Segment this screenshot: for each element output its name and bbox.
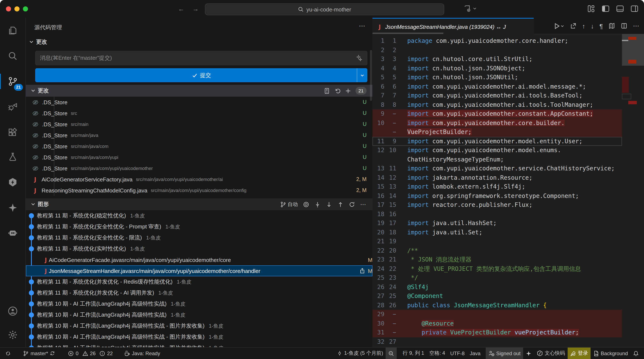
code-line[interactable]: 2523 */ <box>372 273 622 283</box>
code-line[interactable]: 22 <box>372 45 622 55</box>
encoding-status[interactable]: UTF-8 <box>448 348 467 359</box>
code-line[interactable]: 29− <box>372 310 622 319</box>
settings-gear-icon[interactable] <box>0 325 26 345</box>
graph-file-row[interactable]: JAiCodeGeneratorFacade.javasrc/main/java… <box>26 254 372 265</box>
toggle-panel-icon[interactable] <box>616 4 624 13</box>
zoom-window-button[interactable] <box>23 6 28 11</box>
commit-row[interactable]: 教程第 10 期 - AI 工作流(LangGraph4j 高级特性实战 - 图… <box>26 332 372 343</box>
open-changes-map-icon[interactable] <box>608 22 615 29</box>
customize-layout-icon[interactable] <box>587 4 596 13</box>
scm-file-row[interactable]: .DS_StoresrcU <box>26 108 372 119</box>
commit-dropdown-button[interactable] <box>357 68 368 82</box>
code-line[interactable]: 2725@Component <box>372 292 622 301</box>
open-all-changes-icon[interactable] <box>324 87 330 94</box>
stage-all-changes-icon[interactable] <box>345 87 351 94</box>
sparkle-status-icon[interactable] <box>523 348 534 359</box>
sidebar-scrollbar[interactable] <box>370 50 372 101</box>
graph-scope-icon[interactable] <box>303 201 309 207</box>
commit-button[interactable]: 提交 <box>35 68 368 82</box>
graph-section-header[interactable]: 图形 自动 <box>26 198 372 210</box>
code-line[interactable]: 33import cn.hutool.core.util.StrUtil; <box>372 55 622 64</box>
minimize-window-button[interactable] <box>14 6 20 11</box>
code-line[interactable]: 55import cn.hutool.json.JSONUtil; <box>372 73 622 82</box>
scm-file-row[interactable]: .DS_Storesrc/main/java/com/yupiU <box>26 152 372 163</box>
explorer-icon[interactable] <box>0 20 26 41</box>
code-line[interactable]: 2422 * 处理 VUE_PROJECT 类型的复杂流式响应,包含工具调用信息 <box>372 264 622 273</box>
problems-status[interactable]: 0 26 22 <box>66 348 116 359</box>
push-icon[interactable] <box>337 201 344 207</box>
close-window-button[interactable] <box>6 6 11 11</box>
next-change-icon[interactable]: ↓ <box>591 22 594 29</box>
code-line[interactable]: 2018import java.util.Set; <box>372 228 622 237</box>
cursor-position-status[interactable]: 行 9, 列 1 <box>400 348 426 359</box>
wenxin-status[interactable]: 文心快码 <box>534 348 568 359</box>
code-line[interactable]: 30− @Resource <box>372 319 622 328</box>
command-center-search[interactable]: yu-ai-code-mother <box>205 3 444 15</box>
code-line[interactable]: 2220/** <box>372 246 622 255</box>
commit-row[interactable]: 教程第 11 期 - 系统优化(安全性优化 - Prompt 审查)1-鱼皮 <box>26 221 372 232</box>
code-line[interactable]: 1917import java.util.HashSet; <box>372 219 622 228</box>
blame-commit-info[interactable]: 1-鱼皮 (5 个月前) <box>334 348 386 359</box>
scm-file-row[interactable]: .DS_Storesrc/main/java/comU <box>26 141 372 152</box>
language-mode-status[interactable]: Java <box>467 348 483 359</box>
previous-change-icon[interactable]: ↑ <box>582 22 585 29</box>
code-line[interactable]: ChatHistoryMessageTypeEnum; <box>372 155 622 164</box>
code-line[interactable]: 1816 <box>372 210 622 219</box>
toggle-secondary-sidebar-icon[interactable] <box>630 4 639 13</box>
commit-row[interactable]: 教程第 10 期 - AI 工作流(LangGraph4j 高级特性实战 - 图… <box>26 321 372 332</box>
commit-row[interactable]: 教程第 11 期 - 系统优化(稳定性优化)1-鱼皮 <box>26 210 372 221</box>
open-file-icon[interactable] <box>359 268 365 274</box>
code-line[interactable]: 1311import com.yupi.yuaicodemother.servi… <box>372 164 622 173</box>
code-line[interactable]: 9−import com.yupi.yuaicodemother.constan… <box>372 109 622 118</box>
commit-row[interactable]: 教程第 10 期 - AI 工作流(LangGraph4j 高级特性实战)1-鱼… <box>26 298 372 310</box>
code-line[interactable]: 11package com.yupi.yuaicodemother.core.h… <box>372 36 622 45</box>
code-line[interactable]: 2119 <box>372 237 622 246</box>
code-line[interactable]: 77import com.yupi.yuaicodemother.ai.tool… <box>372 91 622 100</box>
code-line[interactable]: 1513import lombok.extern.slf4j.Slf4j; <box>372 182 622 191</box>
code-line[interactable]: 119import com.yupi.yuaicodemother.model.… <box>372 137 622 146</box>
code-line[interactable]: 1614import org.springframework.stereotyp… <box>372 191 622 200</box>
commit-row[interactable]: 教程第 10 期 - AI 工作流(LangGraph4j 高级特性实战 - 图… <box>26 343 372 348</box>
code-line[interactable]: 31− private VueProjectBuilder vueProject… <box>372 328 622 337</box>
graph-repo-auto-button[interactable]: 自动 <box>280 201 298 208</box>
fetch-icon[interactable] <box>314 201 321 207</box>
split-editor-icon[interactable] <box>621 22 628 29</box>
java-server-status[interactable]: Java: Ready <box>121 348 163 359</box>
login-status[interactable]: 登录 <box>568 348 590 359</box>
commit-row[interactable]: 教程第 10 期 - AI 工作流(LangGraph4j 高级特性实战)1-鱼… <box>26 310 372 321</box>
navigate-back-icon[interactable]: ← <box>176 5 186 13</box>
branch-status[interactable]: master* <box>20 348 58 359</box>
signed-out-status[interactable]: Signed out <box>486 348 523 359</box>
changes-section-header[interactable]: 更改 21 <box>26 85 372 97</box>
commit-row[interactable]: 教程第 11 期 - 系统优化(实时性优化)1-鱼皮 <box>26 243 372 254</box>
changes-fold-header[interactable]: 更改 <box>28 38 47 46</box>
code-line[interactable]: 2321 * JSON 消息流处理器 <box>372 255 622 264</box>
commit-message-input[interactable]: 消息(⌘Enter 在“master”提交) <box>35 51 368 65</box>
code-line[interactable]: 2624@Slf4j <box>372 283 622 292</box>
zoom-out-status-icon[interactable] <box>386 348 397 359</box>
refresh-icon[interactable] <box>349 201 355 207</box>
code-line[interactable]: 3227 <box>372 337 622 346</box>
code-line[interactable]: 2826public class JsonMessageStreamHandle… <box>372 301 622 310</box>
notifications-bell-icon[interactable] <box>630 348 642 359</box>
discard-changes-icon[interactable] <box>334 87 341 94</box>
generate-commit-message-icon[interactable] <box>356 55 363 61</box>
active-editor-tab[interactable]: J JsonMessageStreamHandler.java (1939024… <box>372 18 534 35</box>
testing-icon[interactable] <box>0 147 26 167</box>
code-line[interactable]: 88import com.yupi.yuaicodemother.ai.tool… <box>372 100 622 109</box>
code-line[interactable]: 66import com.yupi.yuaicodemother.ai.mode… <box>372 82 622 91</box>
commit-row[interactable]: 教程第 11 期 - 系统优化(并发优化 - AI 调用并发)1-鱼皮 <box>26 287 372 298</box>
scm-file-row[interactable]: .DS_Storesrc/main/java/com/yupi/yuaicode… <box>26 163 372 174</box>
hexagon-bolt-extension-icon[interactable] <box>0 172 26 192</box>
code-line[interactable]: 1715import reactor.core.publisher.Flux; <box>372 200 622 210</box>
navigate-forward-icon[interactable]: → <box>191 5 200 13</box>
commit-row[interactable]: 教程第 11 期 - 系统优化(安全性优化 - 限流)1-鱼皮 <box>26 232 372 243</box>
accounts-icon[interactable] <box>0 301 26 321</box>
graph-more-actions-icon[interactable]: ⋯ <box>360 201 366 208</box>
code-line[interactable]: −VueProjectBuilder; <box>372 128 622 137</box>
scm-file-row[interactable]: .DS_Storesrc/main/javaU <box>26 130 372 141</box>
remote-indicator[interactable] <box>2 348 14 359</box>
commit-row[interactable]: 教程第 11 期 - 系统优化(并发优化 - Redis缓存性能优化)1-鱼皮 <box>26 276 372 287</box>
pull-icon[interactable] <box>326 201 332 207</box>
extensions-icon[interactable] <box>0 122 26 142</box>
